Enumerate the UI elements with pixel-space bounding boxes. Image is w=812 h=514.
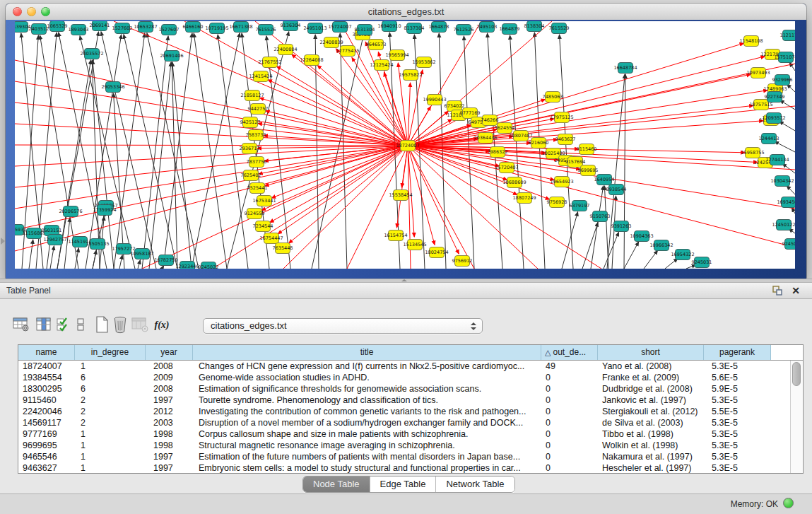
table-cell[interactable]: Genome-wide association studies in ADHD. <box>193 372 541 383</box>
table-cell[interactable]: 9463627 <box>18 462 75 474</box>
graph-node[interactable]: 16753441 <box>252 196 276 206</box>
table-cell[interactable]: 18300295 <box>18 383 75 395</box>
citation-edge[interactable] <box>15 146 408 166</box>
tab-network-table[interactable]: Network Table <box>436 477 514 492</box>
citation-edge[interactable] <box>119 255 122 269</box>
table-cell[interactable]: 5.3E-5 <box>704 462 771 474</box>
table-row[interactable]: 946362711997Embryonic stem cells: a mode… <box>18 462 803 474</box>
table-cell[interactable]: 0 <box>541 451 598 462</box>
citation-edge[interactable] <box>163 33 192 269</box>
table-row[interactable]: 1830029562008Estimation of significance … <box>18 383 803 395</box>
graph-node[interactable]: 9442757 <box>248 104 269 115</box>
table-cell[interactable]: 6 <box>75 372 146 383</box>
table-cell[interactable]: Structural magnetic resonance image aver… <box>193 440 541 451</box>
table-cell[interactable]: Disruption of a novel member of a sodium… <box>193 417 541 428</box>
table-cell[interactable]: Wolkin et al. (1998) <box>598 440 704 451</box>
table-cell[interactable]: 0 <box>541 428 598 440</box>
column-header-title[interactable]: title <box>193 345 541 360</box>
graph-node[interactable]: 16154754 <box>384 230 407 241</box>
scrollbar-thumb[interactable] <box>792 362 801 386</box>
table-cell[interactable]: 1 <box>75 451 146 462</box>
citation-edge[interactable] <box>396 146 408 228</box>
graph-node[interactable]: 1664879 <box>500 24 520 35</box>
table-cell[interactable]: 18724007 <box>18 361 75 372</box>
graph-node[interactable]: 16671388 <box>229 22 252 33</box>
graph-node[interactable]: 17975125 <box>550 112 573 123</box>
table-row[interactable]: 977716911998Corpus callosum shape and si… <box>18 428 803 440</box>
graph-node[interactable]: 7234544 <box>253 221 273 232</box>
graph-node[interactable]: 21858127 <box>240 90 264 101</box>
graph-node[interactable]: 24951013 <box>303 23 326 34</box>
table-row[interactable]: 1938455462009Genome-wide association stu… <box>18 372 803 383</box>
table-cell[interactable]: 1997 <box>146 395 193 406</box>
graph-node[interactable]: 10653287 <box>134 22 157 33</box>
toggle-view-button[interactable] <box>73 315 88 335</box>
graph-node[interactable]: 9699695 <box>578 165 599 176</box>
table-cell[interactable]: 2008 <box>146 383 193 395</box>
citation-edge[interactable] <box>138 260 141 269</box>
graph-node[interactable]: 9646573 <box>366 40 387 50</box>
table-cell[interactable]: Tibbo et al. (1998) <box>598 428 704 440</box>
graph-node[interactable]: 16954322 <box>671 250 694 260</box>
graph-node[interactable]: 15720407 <box>495 163 518 173</box>
table-cell[interactable]: Dudbridge et al. (2008) <box>598 383 704 395</box>
table-cell[interactable]: 9777169 <box>18 428 75 440</box>
citation-edge[interactable] <box>50 246 54 269</box>
column-header-year[interactable]: year <box>146 345 193 360</box>
table-cell[interactable]: 2 <box>75 395 146 406</box>
graph-node[interactable]: 12775415 <box>336 46 359 57</box>
table-cell[interactable]: 5.3E-5 <box>704 361 771 372</box>
citation-edge[interactable] <box>29 240 33 269</box>
graph-node[interactable]: 20206576 <box>59 206 82 217</box>
citation-edge[interactable] <box>114 33 145 269</box>
window-titlebar[interactable]: citations_edges.txt <box>6 4 806 21</box>
graph-node[interactable]: 2403512 <box>29 24 49 35</box>
graph-node[interactable]: 22408839 <box>319 37 343 48</box>
citation-edge[interactable] <box>59 33 107 269</box>
table-settings-button[interactable] <box>11 315 31 335</box>
citation-edge[interactable] <box>283 146 408 269</box>
graph-node[interactable]: 1121172 <box>780 30 795 41</box>
graph-node[interactable]: 7485063 <box>543 92 563 103</box>
table-cell[interactable]: 19384554 <box>18 372 75 383</box>
citation-edge[interactable] <box>408 43 743 146</box>
graph-node[interactable]: 8938544 <box>606 185 627 195</box>
citation-edge[interactable] <box>15 145 408 146</box>
table-cell[interactable]: 5.3E-5 <box>704 451 771 462</box>
citation-edge[interactable] <box>464 36 474 269</box>
table-cell[interactable]: 2008 <box>146 361 193 372</box>
graph-node[interactable]: 19654923 <box>550 177 573 187</box>
citation-edge[interactable] <box>408 146 795 170</box>
graph-node[interactable]: 1664878 <box>429 22 449 33</box>
citation-edge[interactable] <box>408 121 763 146</box>
graph-node[interactable]: 12450122 <box>772 220 795 230</box>
table-cell[interactable]: 1997 <box>146 462 193 474</box>
graph-node[interactable]: 1893043 <box>69 25 89 35</box>
select-rows-button[interactable] <box>54 315 73 335</box>
citation-edge[interactable] <box>270 146 408 223</box>
table-row[interactable]: 1456911722003Disruption of a novel membe… <box>18 417 803 428</box>
graph-node[interactable]: 24035572 <box>80 49 103 59</box>
citation-edge[interactable] <box>562 212 578 269</box>
table-cell[interactable]: 1 <box>75 361 146 372</box>
graph-node[interactable]: 7625402 <box>241 170 261 181</box>
table-row[interactable]: 1872400712008Changes of HCN gene express… <box>18 361 803 372</box>
graph-node[interactable]: 7615529 <box>549 23 570 34</box>
citation-edge[interactable] <box>278 146 408 234</box>
graph-node[interactable]: 1527607 <box>159 25 180 35</box>
graph-node[interactable]: 19565994 <box>385 50 408 61</box>
graph-node[interactable]: 8137304 <box>404 23 425 34</box>
citation-edge[interactable] <box>124 35 177 269</box>
citation-edge[interactable] <box>312 36 363 269</box>
table-cell[interactable]: 14569117 <box>18 417 75 428</box>
citation-edge[interactable] <box>271 146 408 198</box>
citation-edge[interactable] <box>15 146 408 251</box>
table-row[interactable]: 946554611997Estimation of the future num… <box>18 451 803 462</box>
table-cell[interactable]: Hescheler et al. (1997) <box>598 462 704 474</box>
graph-node[interactable]: 9136304 <box>281 21 301 31</box>
column-header-out-degree[interactable]: △out_de... <box>541 345 598 360</box>
network-canvas[interactable]: 1872400721858127944275794251277583733293… <box>15 21 795 269</box>
graph-node[interactable]: 9150763 <box>590 211 611 222</box>
table-cell[interactable]: Estimation of the future numbers of pati… <box>193 451 541 462</box>
graph-node[interactable]: 10966342 <box>649 240 673 251</box>
